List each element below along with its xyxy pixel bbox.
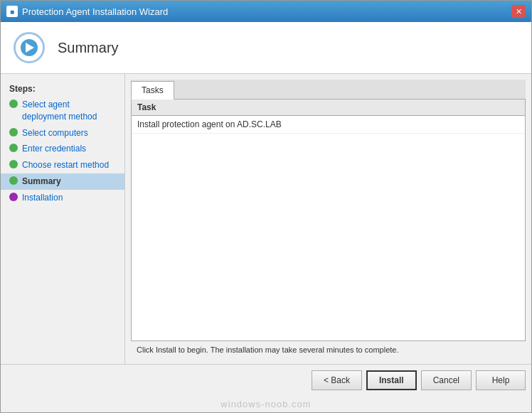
help-button[interactable]: Help bbox=[476, 370, 526, 390]
app-icon: ■ bbox=[6, 6, 18, 17]
dot-icon-choose-restart bbox=[9, 160, 18, 168]
sidebar-item-enter-credentials[interactable]: Enter credentials bbox=[1, 141, 124, 157]
sidebar-item-label-select-computers: Select computers bbox=[22, 127, 88, 139]
sidebar-item-label-enter-credentials: Enter credentials bbox=[22, 143, 86, 155]
back-button[interactable]: < Back bbox=[312, 370, 362, 390]
tab-tasks[interactable]: Tasks bbox=[131, 81, 174, 100]
header-icon-container bbox=[12, 31, 46, 65]
sidebar-item-label-choose-restart: Choose restart method bbox=[22, 159, 109, 171]
sidebar-item-select-agent[interactable]: Select agent deployment method bbox=[1, 97, 124, 125]
sidebar-item-label-summary: Summary bbox=[22, 176, 61, 188]
content-area: Steps: Select agent deployment method Se… bbox=[1, 74, 531, 364]
sidebar: Steps: Select agent deployment method Se… bbox=[1, 74, 125, 364]
title-bar-left: ■ Protection Agent Installation Wizard bbox=[6, 6, 168, 17]
header-icon-outer bbox=[14, 32, 45, 63]
tab-bar: Tasks bbox=[131, 80, 526, 100]
dot-icon-enter-credentials bbox=[9, 144, 18, 152]
footer-note: Click Install to begin. The installation… bbox=[131, 341, 526, 358]
title-bar: ■ Protection Agent Installation Wizard ✕ bbox=[1, 1, 531, 22]
dot-icon-summary bbox=[9, 176, 18, 185]
page-title: Summary bbox=[58, 40, 119, 56]
watermark: windows-noob.com bbox=[1, 396, 531, 412]
dot-icon-installation bbox=[9, 193, 18, 201]
dot-icon-select-computers bbox=[9, 128, 18, 136]
window-title: Protection Agent Installation Wizard bbox=[22, 6, 168, 17]
sidebar-item-label-select-agent: Select agent deployment method bbox=[22, 99, 116, 123]
sidebar-item-installation[interactable]: Installation bbox=[1, 190, 124, 206]
install-button[interactable]: Install bbox=[366, 370, 417, 390]
tasks-table: Task Install protection agent on AD.SC.L… bbox=[131, 100, 526, 341]
dot-icon-select-agent bbox=[9, 100, 18, 108]
header-icon-inner bbox=[21, 39, 38, 56]
play-icon bbox=[26, 43, 34, 53]
header-section: Summary bbox=[1, 22, 531, 74]
wizard-window: ■ Protection Agent Installation Wizard ✕… bbox=[0, 0, 532, 413]
button-bar: < Back Install Cancel Help bbox=[1, 364, 531, 396]
close-button[interactable]: ✕ bbox=[511, 5, 526, 18]
cancel-button[interactable]: Cancel bbox=[421, 370, 472, 390]
sidebar-item-choose-restart[interactable]: Choose restart method bbox=[1, 157, 124, 173]
table-row: Install protection agent on AD.SC.LAB bbox=[132, 116, 525, 134]
sidebar-item-select-computers[interactable]: Select computers bbox=[1, 125, 124, 141]
tasks-column-header: Task bbox=[132, 100, 525, 116]
main-content: Tasks Task Install protection agent on A… bbox=[125, 74, 531, 364]
sidebar-item-label-installation: Installation bbox=[22, 192, 63, 204]
sidebar-item-summary[interactable]: Summary bbox=[1, 173, 124, 190]
steps-label: Steps: bbox=[1, 81, 124, 97]
